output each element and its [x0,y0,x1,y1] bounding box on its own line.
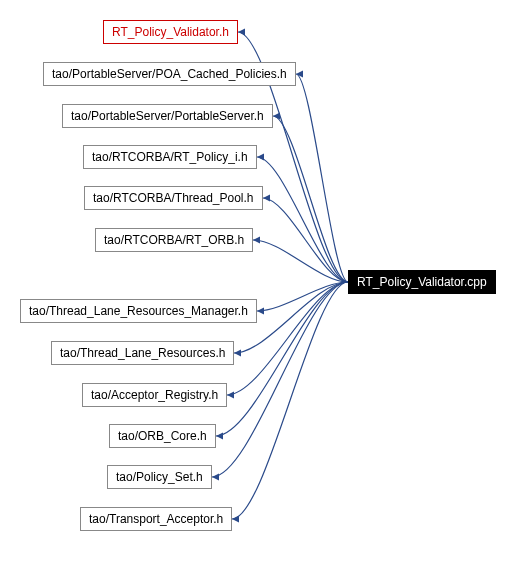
include-edge [273,116,348,282]
include-edge [263,198,348,282]
include-edge [257,157,348,282]
include-node[interactable]: tao/Thread_Lane_Resources_Manager.h [20,299,257,323]
include-node[interactable]: tao/Thread_Lane_Resources.h [51,341,234,365]
root-node[interactable]: RT_Policy_Validator.cpp [348,270,496,294]
include-node[interactable]: RT_Policy_Validator.h [103,20,238,44]
include-edge [296,74,348,282]
include-node[interactable]: tao/RTCORBA/RT_Policy_i.h [83,145,257,169]
include-node[interactable]: tao/PortableServer/PortableServer.h [62,104,273,128]
include-node[interactable]: tao/Policy_Set.h [107,465,212,489]
include-node[interactable]: tao/RTCORBA/RT_ORB.h [95,228,253,252]
include-edge [257,282,348,311]
include-node[interactable]: tao/RTCORBA/Thread_Pool.h [84,186,263,210]
include-node[interactable]: tao/ORB_Core.h [109,424,216,448]
include-node[interactable]: tao/PortableServer/POA_Cached_Policies.h [43,62,296,86]
include-diagram: RT_Policy_Validator.cppRT_Policy_Validat… [0,0,512,566]
include-node[interactable]: tao/Transport_Acceptor.h [80,507,232,531]
include-node[interactable]: tao/Acceptor_Registry.h [82,383,227,407]
include-edge [253,240,348,282]
